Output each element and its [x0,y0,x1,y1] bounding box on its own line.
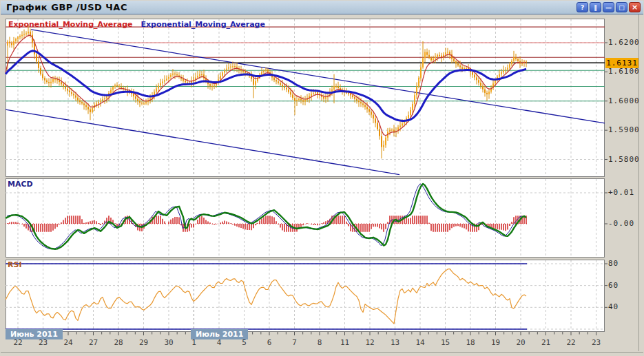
minimize-button[interactable]: — [603,2,614,12]
macd-axis-label: -0.00 [608,219,634,228]
title-bar[interactable]: График GBP /USD ЧАС ? ‖ — □ × [1,1,643,14]
rsi-axis-label: 40 [608,302,619,311]
date-axis-label: 14 [415,338,424,347]
minimize-icon: — [605,4,612,11]
date-axis-label: 15 [441,338,450,347]
date-axis-label: 22 [566,338,575,347]
date-axis-label: 29 [139,338,148,347]
price-axis-label: 1.6000 [608,96,640,105]
date-axis-label: 7 [292,338,297,347]
date-axis-label: 13 [391,338,399,347]
window-border-right [638,14,639,351]
chart-window: График GBP /USD ЧАС ? ‖ — □ × Exponentia… [0,0,644,356]
window-border-bottom [1,352,643,353]
close-button[interactable]: × [629,2,641,12]
window-title: График GBP /USD ЧАС [6,2,127,12]
help-button[interactable]: ? [577,2,588,12]
indicator-legend: Exponential_Moving_Average Exponential_M… [8,20,265,29]
macd-axis-label: +0.01 [608,188,634,197]
main-price-panel[interactable] [6,19,605,177]
pin-icon: ‖ [594,4,597,11]
rsi-axis-label: 80 [608,259,619,268]
ema-fast-label: Exponential_Moving_Average [8,20,132,29]
ema-slow-label: Exponential_Moving_Average [141,20,264,29]
price-axis-label: 1.5800 [608,155,640,164]
pin-button[interactable]: ‖ [590,2,601,12]
price-axis-label: 1.6200 [608,38,640,47]
help-icon: ? [581,4,584,11]
date-axis-label: 20 [516,338,525,347]
date-axis-label: 24 [63,338,72,347]
date-axis-label: 28 [114,338,123,347]
date-axis-label: 30 [164,338,173,347]
close-icon: × [632,3,638,12]
date-axis-label: 23 [592,338,601,347]
date-axis-label: 11 [340,338,349,347]
date-axis-label: 27 [89,338,98,347]
maximize-icon: □ [619,4,625,11]
month-badge: Июнь 2011 [6,329,63,339]
maximize-button[interactable]: □ [616,2,627,12]
window-buttons: ? ‖ — □ × [577,2,641,12]
date-axis-label: 21 [541,338,550,347]
date-axis-label: 18 [466,338,475,347]
macd-label: MACD [8,180,33,189]
rsi-label: RSI [8,260,22,269]
macd-panel[interactable] [6,178,605,258]
rsi-panel[interactable] [6,260,605,332]
date-axis-label: 19 [491,338,500,347]
date-axis-label: 6 [267,338,272,347]
price-axis-label: 1.6100 [608,67,640,76]
price-axis-label: 1.5900 [608,125,640,134]
month-badge: Июль 2011 [191,329,248,339]
date-axis-label: 12 [365,338,374,347]
rsi-axis-label: 60 [608,281,619,290]
date-axis-label: 8 [318,338,322,347]
